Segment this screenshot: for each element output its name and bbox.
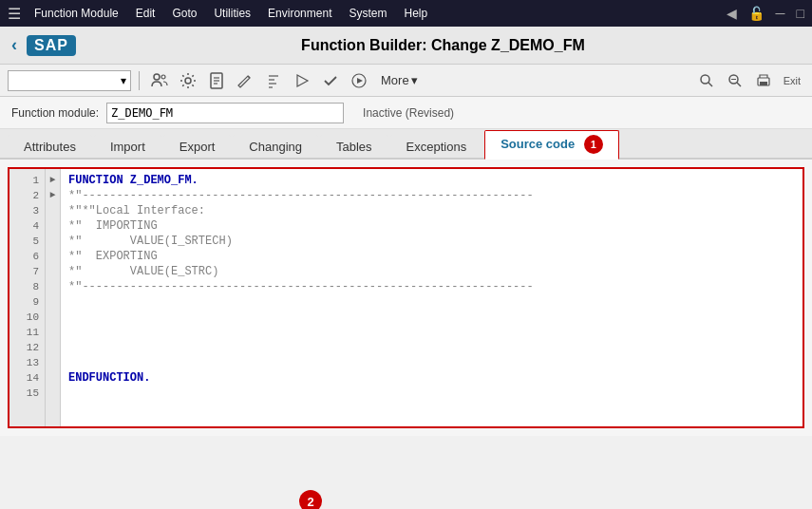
tab-export[interactable]: Export	[163, 135, 232, 158]
toolbar-print-btn[interactable]	[751, 68, 776, 93]
hamburger-icon[interactable]: ☰	[4, 3, 25, 24]
svg-line-15	[708, 83, 712, 86]
toolbar-check-btn[interactable]	[318, 68, 343, 93]
more-button[interactable]: More ▾	[375, 71, 424, 89]
menu-system[interactable]: System	[341, 5, 394, 22]
back-button[interactable]: ‹	[11, 35, 17, 55]
fm-input[interactable]	[106, 103, 344, 123]
menu-environment[interactable]: Environment	[260, 5, 339, 22]
tab-badge: 1	[584, 135, 603, 154]
toolbar-edit-btn[interactable]	[233, 68, 257, 93]
code-container[interactable]: 123456789101112131415 ►► FUNCTION Z_DEMO…	[8, 167, 804, 428]
fm-status: Inactive (Revised)	[363, 106, 454, 120]
tab-exceptions[interactable]: Exceptions	[390, 135, 483, 158]
menu-function-module[interactable]: Function Module	[27, 5, 126, 22]
tabs-bar: Attributes Import Export Changing Tables…	[0, 129, 812, 160]
svg-point-0	[154, 74, 160, 80]
toolbar-search2-btn[interactable]	[723, 68, 747, 93]
nav-minimize-btn[interactable]: ─	[772, 4, 789, 23]
code-area: 123456789101112131415 ►► FUNCTION Z_DEMO…	[0, 160, 812, 436]
page-title: Function Builder: Change Z_DEMO_FM	[85, 37, 801, 54]
toolbar-separator-1	[139, 71, 140, 90]
tab-tables[interactable]: Tables	[320, 135, 388, 158]
toolbar-settings-btn[interactable]	[176, 68, 200, 93]
svg-point-14	[701, 75, 709, 84]
toolbar-activate-btn[interactable]	[347, 68, 371, 93]
nav-maximize-btn[interactable]: □	[793, 4, 808, 23]
tab-attributes[interactable]: Attributes	[8, 135, 92, 158]
sap-logo: SAP	[27, 35, 76, 56]
nav-lock-btn[interactable]: 🔓	[745, 4, 768, 23]
svg-line-17	[737, 83, 741, 86]
line-numbers: 123456789101112131415	[9, 169, 46, 426]
svg-point-1	[161, 75, 165, 79]
annotation-badge-2: 2	[299, 490, 322, 509]
svg-point-2	[185, 78, 191, 84]
svg-marker-11	[297, 75, 308, 86]
menu-goto[interactable]: Goto	[164, 5, 204, 22]
toolbar: ▾	[0, 65, 812, 97]
title-bar: ‹ SAP Function Builder: Change Z_DEMO_FM	[0, 27, 812, 65]
toolbar-doc-btn[interactable]	[204, 68, 229, 93]
menu-utilities[interactable]: Utilities	[206, 5, 258, 22]
fm-label: Function module:	[11, 106, 99, 120]
toolbar-people-btn[interactable]	[147, 68, 172, 93]
toolbar-compare-btn[interactable]	[261, 68, 286, 93]
svg-rect-20	[760, 82, 767, 85]
code-gutter: ►►	[46, 169, 61, 426]
code-content[interactable]: FUNCTION Z_DEMO_FM.*"-------------------…	[61, 169, 803, 426]
tab-changing[interactable]: Changing	[233, 135, 318, 158]
toolbar-exit-btn[interactable]: Exit	[780, 68, 804, 93]
menu-help[interactable]: Help	[396, 5, 435, 22]
function-module-row: Function module: Inactive (Revised)	[0, 97, 812, 129]
toolbar-dropdown[interactable]: ▾	[8, 70, 131, 91]
tab-source-code-label: Source code	[500, 137, 575, 151]
svg-marker-13	[357, 78, 363, 84]
menu-bar: ☰ Function Module Edit Goto Utilities En…	[0, 0, 812, 27]
dropdown-arrow-icon: ▾	[121, 74, 126, 87]
tab-import[interactable]: Import	[94, 135, 161, 158]
toolbar-run-btn[interactable]	[290, 68, 314, 93]
tab-source-code[interactable]: Source code 1	[484, 130, 619, 160]
menu-edit[interactable]: Edit	[128, 5, 163, 22]
nav-back-btn[interactable]: ◀	[723, 4, 741, 23]
toolbar-search-btn[interactable]	[694, 68, 719, 93]
main-content: 123456789101112131415 ►► FUNCTION Z_DEMO…	[0, 160, 812, 436]
more-label: More	[381, 73, 409, 87]
more-arrow-icon: ▾	[411, 73, 418, 87]
